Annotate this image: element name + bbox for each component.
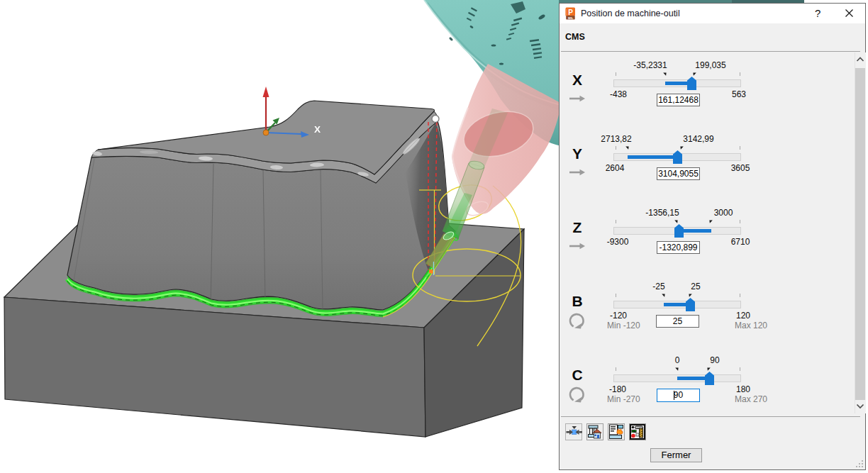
svg-text:X: X [314, 124, 321, 135]
svg-text:P: P [568, 8, 573, 16]
svg-text:MIL: MIL [568, 16, 574, 19]
